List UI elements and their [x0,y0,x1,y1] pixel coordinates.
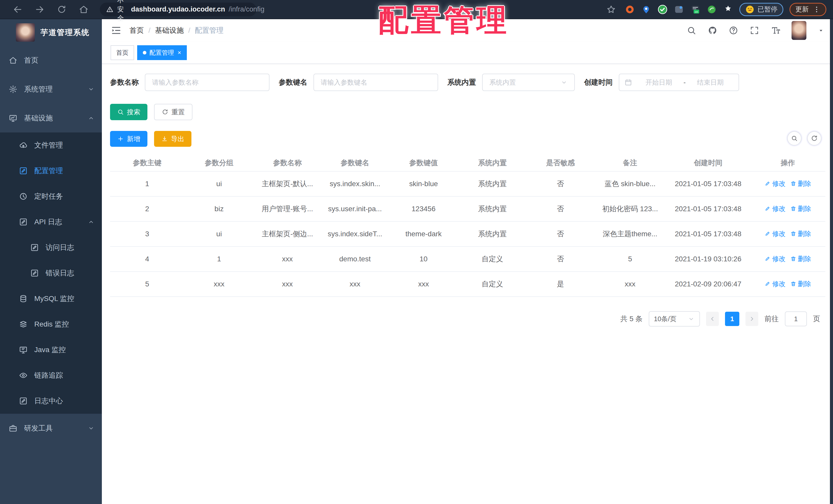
reset-button[interactable]: 重置 [154,104,192,120]
star-bookmark-icon[interactable] [606,5,616,14]
prev-page-button[interactable] [706,312,719,326]
calendar-icon [624,78,632,86]
search-button[interactable]: 搜索 [110,104,147,120]
update-label: 更新 [795,5,809,14]
profile-paused-pill[interactable]: 已暂停 [739,3,783,16]
menu-fold-icon[interactable] [111,25,122,36]
chevron-down-icon [561,79,568,86]
chevron-down-icon [88,86,95,93]
breadcrumb-item[interactable]: 首页 [129,26,144,35]
delete-link[interactable]: 删除 [790,204,811,213]
sidebar-item-config[interactable]: 配置管理 [0,158,102,184]
edit-link[interactable]: 修改 [765,229,786,238]
create-time-range-picker[interactable]: 开始日期 - 结束日期 [619,74,739,91]
table-cell: xxx [254,247,321,272]
delete-link-label: 删除 [798,179,811,188]
sidebar: 芋道管理系统 首页系统管理基础设施文件管理配置管理定时任务API 日志访问日志错… [0,19,102,504]
edit-link[interactable]: 修改 [765,204,786,213]
system-type-select[interactable]: 系统内置 [482,74,575,91]
delete-link[interactable]: 删除 [790,279,811,288]
extension-cn-icon[interactable]: cn [690,4,700,15]
sidebar-item-job[interactable]: 定时任务 [0,184,102,209]
sidebar-item-error-log[interactable]: 错误日志 [0,260,102,286]
sidebar-item-tracer[interactable]: 链路追踪 [0,362,102,388]
forward-icon[interactable] [35,5,45,14]
param-key-input[interactable]: 请输入参数键名 [313,74,438,91]
sidebar-item-redis[interactable]: Redis 监控 [0,311,102,337]
address-bar[interactable]: 不安全 dashboard.yudao.iocoder.cn/infra/con… [100,3,257,16]
browser-update-button[interactable]: 更新 [789,3,826,16]
edit-link-label: 修改 [772,279,786,288]
goto-page-input[interactable]: 1 [785,311,807,326]
extension-donut-icon[interactable] [625,4,635,15]
extension-green-icon[interactable] [707,4,717,15]
delete-link[interactable]: 删除 [790,229,811,238]
table-cell: ui [184,222,254,247]
sidebar-item-dev-tools[interactable]: 研发工具 [0,414,102,443]
help-icon[interactable] [729,26,738,35]
extension-tile-icon[interactable] [674,4,684,15]
sidebar-item-mysql[interactable]: MySQL 监控 [0,286,102,311]
column-header: 操作 [750,154,825,171]
next-page-button[interactable] [745,312,758,326]
close-icon[interactable]: × [177,50,181,56]
editsq-icon [19,218,28,226]
sidebar-item-file[interactable]: 文件管理 [0,132,102,158]
reload-icon[interactable] [57,5,67,14]
db-icon [19,294,28,303]
delete-link[interactable]: 删除 [790,254,811,263]
column-header: 参数名称 [254,154,321,171]
fullscreen-icon[interactable] [749,26,759,35]
caret-down-icon[interactable] [818,27,824,34]
sidebar-item-access-log[interactable]: 访问日志 [0,235,102,260]
param-name-input[interactable]: 请输入参数名称 [145,74,269,91]
sidebar-item-label: MySQL 监控 [34,294,74,304]
delete-link[interactable]: 删除 [790,179,811,188]
edit-link[interactable]: 修改 [765,179,786,188]
github-icon[interactable] [708,26,717,35]
sidebar-item-api-log[interactable]: API 日志 [0,209,102,235]
table-row: 41xxxdemo.test10自定义否52021-01-19 03:10:26… [110,247,825,272]
param-key-placeholder: 请输入参数键名 [321,78,367,87]
url-path[interactable]: /infra/config [229,5,265,13]
extension-pin-icon[interactable] [641,4,651,15]
export-button[interactable]: 导出 [154,131,191,147]
tab-首页[interactable]: 首页 [111,45,134,60]
font-size-icon[interactable] [770,26,780,35]
breadcrumb-item[interactable]: 基础设施 [155,26,184,35]
security-label[interactable]: 不安全 [117,0,124,23]
search-icon[interactable] [687,26,696,35]
table-cell: 4 [110,247,184,272]
toggle-search-button[interactable] [787,131,802,146]
end-date-placeholder[interactable]: 结束日期 [687,78,734,87]
start-date-placeholder[interactable]: 开始日期 [636,78,682,87]
search-icon [117,109,124,115]
page-size-select[interactable]: 10条/页 [649,311,700,327]
table-cell: sys.user.init-pa... [321,196,389,222]
sidebar-item-java[interactable]: Java 监控 [0,337,102,362]
edit-link[interactable]: 修改 [765,254,786,263]
sidebar-item-log-center[interactable]: 日志中心 [0,388,102,414]
table-cell: 否 [527,222,594,247]
app-logo-block[interactable]: 芋道管理系统 [0,19,102,46]
current-page-button[interactable]: 1 [725,312,739,326]
extension-check-icon[interactable] [658,4,668,15]
extension-puzzle-icon[interactable] [723,4,733,15]
kebab-menu-icon[interactable] [813,6,820,13]
sidebar-item-infra[interactable]: 基础设施 [0,104,102,132]
refresh-table-button[interactable] [807,131,822,146]
user-avatar[interactable] [791,21,806,40]
tab-配置管理[interactable]: 配置管理× [137,45,187,60]
edit-link-label: 修改 [772,179,786,188]
sidebar-item-home[interactable]: 首页 [0,46,102,75]
pencil-icon [765,256,771,262]
edit-link[interactable]: 修改 [765,279,786,288]
url-host[interactable]: dashboard.yudao.iocoder.cn [131,5,225,13]
back-icon[interactable] [13,5,23,14]
add-button[interactable]: 新增 [110,131,147,147]
home-icon[interactable] [79,5,89,14]
filter-form: 参数名称 请输入参数名称 参数键名 请输入参数键名 系统内置 系统内置 创建时间… [110,74,833,91]
sidebar-item-label: Redis 监控 [34,319,69,329]
table-cell: demo.test [321,247,389,272]
sidebar-item-system[interactable]: 系统管理 [0,75,102,104]
